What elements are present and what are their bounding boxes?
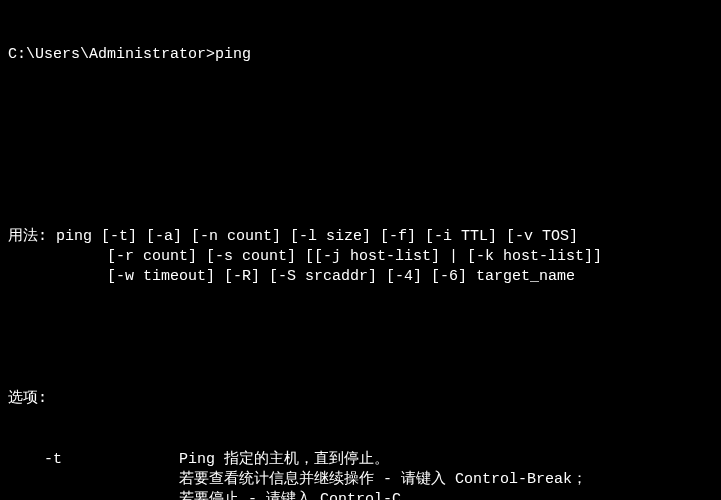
option-row: 若要查看统计信息并继续操作 - 请键入 Control-Break； (8, 470, 713, 490)
option-row: -t Ping 指定的主机，直到停止。 (8, 450, 713, 470)
options-header: 选项: (8, 389, 713, 409)
option-row: 若要停止 - 请键入 Control-C。 (8, 490, 713, 500)
terminal-output: C:\Users\Administrator>ping 用法: ping [-t… (0, 0, 721, 500)
blank-line (8, 328, 713, 348)
blank-line (8, 166, 713, 186)
prompt: C:\Users\Administrator> (8, 46, 215, 63)
blank-line (8, 105, 713, 125)
usage-block: 用法: ping [-t] [-a] [-n count] [-l size] … (8, 227, 713, 288)
command-typed: ping (215, 46, 251, 63)
prompt-line: C:\Users\Administrator>ping (8, 45, 713, 65)
options-block: -t Ping 指定的主机，直到停止。 若要查看统计信息并继续操作 - 请键入 … (8, 450, 713, 501)
